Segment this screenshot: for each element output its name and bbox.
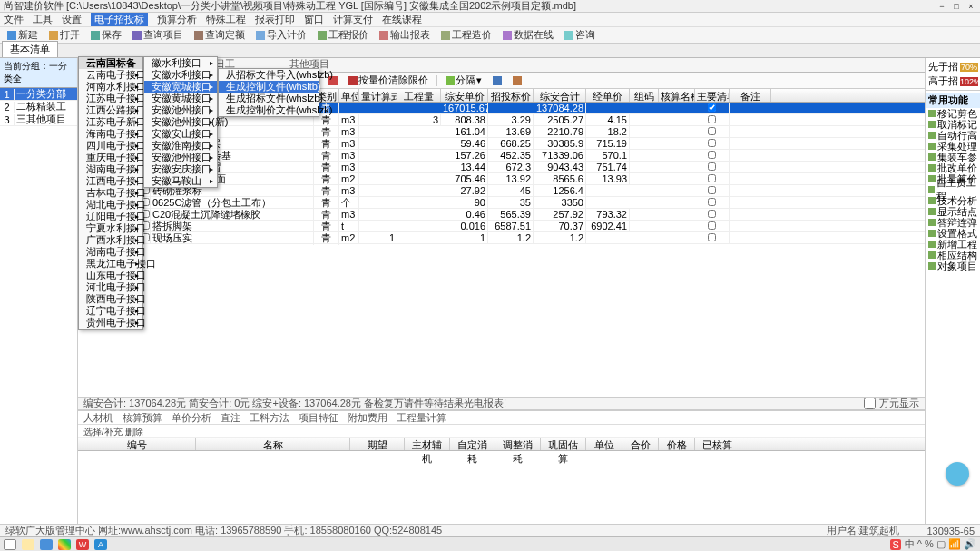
tb-consult[interactable]: 咨询 (561, 27, 599, 43)
bottom-subbar[interactable]: 选择/补充 删除 (78, 425, 925, 438)
app-title: 尚智建价软件 [C:\Users\10843\Desktop\一分类小讲堂\视频… (4, 0, 576, 13)
tool-icon (493, 76, 502, 85)
menu-item[interactable]: 生成控制价文件(whslzk) (219, 104, 318, 116)
btab-method[interactable]: 工料方法 (250, 411, 289, 425)
rp-above: 高于招 102% (928, 74, 978, 88)
bottom-panel: 人材机 核算预算 单价分析 直注 工料方法 项目特征 附加费用 工程量计算 选择… (78, 410, 925, 537)
btab-feature[interactable]: 项目特征 (299, 411, 338, 425)
cascade-menu-3[interactable]: 从招标文件导入(whslzb)生成控制文件(whsltb)生成招标文件(whsl… (218, 68, 319, 117)
right-header: 常用功能 (926, 93, 980, 108)
tb-online[interactable]: 数据在线 (499, 27, 557, 43)
menu-course[interactable]: 在线课程 (382, 13, 422, 26)
btab-price[interactable]: 单价分析 (172, 411, 211, 425)
ct-b7[interactable] (490, 76, 505, 85)
ct-clearlimit[interactable]: 按量价清除限价 (346, 74, 431, 87)
rp-below: 先于招 70% (928, 60, 978, 74)
feature-icon (928, 153, 936, 161)
taskbar: W A S 中 ^ % ▢ 📶 🔊 (0, 536, 980, 551)
chrome-icon[interactable] (58, 539, 71, 550)
btab-qtycalc[interactable]: 工程量计算 (397, 411, 446, 425)
feature-icon (928, 121, 936, 128)
menu-tool[interactable]: 工具 (33, 13, 53, 26)
explorer-icon[interactable] (22, 539, 34, 550)
left-grid: 1一分类分部 2二栋精装工 3三其他项目 (0, 88, 77, 537)
system-tray[interactable]: S 中 ^ % ▢ 📶 🔊 (890, 537, 976, 551)
tb-queryproj[interactable]: 查询项目 (129, 27, 187, 43)
menu-settings[interactable]: 设置 (62, 13, 82, 26)
tool-icon (513, 76, 522, 85)
btab-addfee[interactable]: 附加费用 (348, 411, 387, 425)
menu-item[interactable]: 贵州电子接口▸ (79, 317, 142, 329)
start-icon[interactable] (4, 539, 16, 550)
footer-user: 用户名:建筑起机 (827, 524, 899, 537)
wan-checkbox[interactable] (864, 398, 876, 409)
footer-id: 130935-65 (926, 526, 975, 536)
quote-icon (318, 31, 327, 40)
maximize-button[interactable]: □ (951, 2, 962, 11)
tab-basic[interactable]: 基本清单 (2, 41, 58, 57)
cascade-menu-1[interactable]: 云南国标备 云南电子接口▸河南水利接口▸江苏电子接口▸江西公路接口▸江苏电子新口… (78, 56, 143, 330)
summary-bar: 编安合计: 137064.28元 简安合计: 0元 综安+设备: 137064.… (78, 397, 925, 410)
w-icon[interactable]: W (76, 539, 89, 550)
ime-icon[interactable]: S (890, 539, 900, 550)
tb-cost[interactable]: 工程造价 (437, 27, 495, 43)
feature-icon (928, 241, 936, 248)
tb-save[interactable]: 保存 (87, 27, 125, 43)
save-icon (91, 31, 100, 40)
split-icon (446, 76, 455, 85)
menu-report[interactable]: 报表打印 (255, 13, 295, 26)
left-row-3[interactable]: 3三其他项目 (0, 113, 77, 126)
open-icon (49, 31, 58, 40)
new-icon (7, 31, 16, 40)
tb-import[interactable]: 导入计价 (252, 27, 310, 43)
menu-file[interactable]: 文件 (4, 13, 24, 26)
feature-icon (928, 186, 935, 193)
cascade-menu-2[interactable]: 徽水利接口▸安徽水利接口▸安徽宽城接口▸安徽黄城接口▸安徽池州接口▸安徽池州接口… (143, 56, 218, 188)
menu-window[interactable]: 窗口 (304, 13, 324, 26)
import-icon (256, 31, 265, 40)
tb-quote[interactable]: 工程报价 (314, 27, 372, 43)
table-row[interactable]: 22现场压实青m2111.21.2 (78, 232, 925, 244)
minimize-button[interactable]: − (936, 2, 947, 11)
left-row-2[interactable]: 2二栋精装工 (0, 101, 77, 113)
ct-split[interactable]: 分隔▾ (443, 74, 485, 87)
summary-text: 编安合计: 137064.28元 简安合计: 0元 综安+设备: 137064.… (83, 397, 506, 410)
close-button[interactable]: × (965, 2, 976, 11)
float-assist-icon[interactable] (946, 462, 969, 486)
tb-querynorm[interactable]: 查询定额 (191, 27, 249, 43)
chat-icon (564, 31, 573, 40)
menu-item[interactable]: 安徽马鞍山▸ (144, 175, 217, 187)
edge-icon[interactable] (40, 539, 53, 550)
feature-icon (928, 164, 936, 172)
btab-rcj[interactable]: 人材机 (83, 411, 113, 425)
menu-ebid[interactable]: 电子招投标 (91, 13, 148, 26)
bottom-tabs: 人材机 核算预算 单价分析 直注 工料方法 项目特征 附加费用 工程量计算 (78, 411, 925, 425)
feature-icon (928, 230, 936, 237)
right-item[interactable]: 对象项目 (926, 261, 980, 271)
menu-budget[interactable]: 预算分析 (157, 13, 197, 26)
left-panel: 当前分组：一分类全 1一分类分部 2二栋精装工 3三其他项目 (0, 58, 78, 537)
feature-icon (928, 219, 936, 226)
left-filter[interactable]: 当前分组：一分类全 (0, 58, 77, 88)
menu-special[interactable]: 特殊工程 (206, 13, 246, 26)
btab-check[interactable]: 核算预算 (122, 411, 162, 425)
menu-calc[interactable]: 计算支付 (333, 13, 373, 26)
bottom-header: 编号 名称 期望 主材辅机 自定消耗 调整消耗 巩固估算 单位 合价 价格 已核… (78, 438, 925, 451)
left-row-1[interactable]: 1一分类分部 (0, 88, 77, 101)
ct-b8[interactable] (510, 76, 524, 85)
status-bar: 绿软广大版管理中心 网址:www.ahsctj.com 电话: 13965788… (0, 524, 980, 536)
menu-bar: 文件 工具 设置 电子招投标 预算分析 特殊工程 报表打印 窗口 计算支付 在线… (0, 13, 980, 27)
search-icon (132, 31, 142, 40)
tb-export[interactable]: 输出报表 (376, 27, 434, 43)
cloud-icon (503, 31, 512, 40)
a-icon[interactable]: A (94, 539, 107, 550)
feature-icon (928, 143, 936, 150)
feature-icon (928, 208, 936, 215)
feature-icon (928, 262, 936, 270)
feature-icon (928, 251, 936, 259)
feature-icon (928, 110, 936, 117)
cost-icon (441, 31, 450, 40)
main-toolbar: 新建 打开 保存 查询项目 查询定额 导入计价 工程报价 输出报表 工程造价 数… (0, 27, 980, 44)
feature-icon (928, 175, 936, 182)
btab-note[interactable]: 直注 (220, 411, 240, 425)
